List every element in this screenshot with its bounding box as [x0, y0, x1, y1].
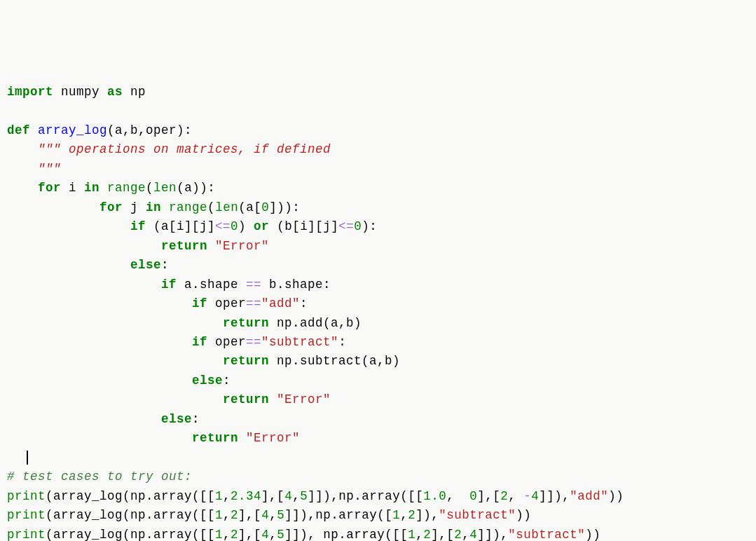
keyword-else: else: [161, 412, 192, 426]
keyword-in: in: [84, 181, 99, 195]
keyword-return: return: [223, 392, 269, 406]
alias: np: [123, 85, 146, 99]
string: "add": [570, 489, 608, 503]
string: "Error": [246, 431, 300, 445]
keyword-return: return: [161, 239, 207, 253]
keyword-if: if: [130, 219, 146, 233]
indent: [7, 335, 192, 349]
keyword-if: if: [192, 335, 207, 349]
code-line: # test cases to try out:: [7, 470, 192, 484]
builtin-print: print: [7, 489, 46, 503]
indent: [7, 181, 38, 195]
code-line: return np.add(a,b): [7, 316, 362, 330]
builtin-print: print: [7, 508, 46, 522]
code-line: else:: [7, 374, 231, 388]
code-line: return np.subtract(a,b): [7, 354, 400, 368]
code-line: if oper=="subtract":: [7, 335, 346, 349]
builtin-range: range: [169, 200, 207, 214]
operator-le: <=: [215, 219, 231, 233]
keyword-return: return: [223, 354, 269, 368]
code-line: if oper=="add":: [7, 296, 308, 310]
indent: [7, 412, 161, 426]
code-line: return "Error": [7, 431, 300, 445]
indent: [7, 296, 192, 310]
operator-eq: ==: [246, 296, 261, 310]
code-block: import numpy as np def array_log(a,b,ope…: [7, 83, 749, 541]
code-line: print(array_log(np.array([[1,2],[4,5]]),…: [7, 508, 531, 522]
string: "Error": [277, 392, 331, 406]
code-line: import numpy as np: [7, 85, 146, 99]
code-line: if (a[i][j]<=0) or (b[i][j]<=0):: [7, 219, 377, 233]
indent: [7, 374, 192, 388]
code-line: return "Error": [7, 239, 269, 253]
code-line: else:: [7, 412, 200, 426]
code-line: for j in range(len(a[0])):: [7, 200, 300, 214]
builtin-len: len: [215, 200, 238, 214]
indent: [7, 316, 223, 330]
indent: [7, 354, 223, 368]
keyword-or: or: [254, 219, 269, 233]
code-line: [7, 451, 28, 465]
operator-eq: ==: [246, 335, 261, 349]
keyword-return: return: [192, 431, 238, 445]
indent: [7, 219, 130, 233]
string: "subtract": [261, 335, 338, 349]
keyword-in: in: [146, 200, 161, 214]
keyword-as: as: [107, 85, 123, 99]
indent: [7, 431, 192, 445]
keyword-else: else: [192, 374, 223, 388]
operator-le: <=: [338, 219, 354, 233]
string: "Error": [215, 239, 269, 253]
indent: [7, 392, 223, 406]
code-line: """ operations on matrices, if defined: [7, 142, 331, 156]
params: (a,b,oper):: [107, 123, 192, 137]
keyword-for: for: [38, 181, 61, 195]
code-line: for i in range(len(a)):: [7, 181, 215, 195]
code-line: print(array_log(np.array([[1,2],[4,5]]),…: [7, 528, 600, 541]
code-line: """: [7, 162, 61, 176]
code-line: def array_log(a,b,oper):: [7, 123, 192, 137]
keyword-import: import: [7, 85, 53, 99]
var: i: [61, 181, 84, 195]
function-name: array_log: [30, 123, 107, 137]
module-name: numpy: [53, 85, 107, 99]
comment: # test cases to try out:: [7, 470, 192, 484]
keyword-if: if: [192, 296, 207, 310]
indent: [7, 239, 161, 253]
builtin-range: range: [107, 181, 146, 195]
keyword-return: return: [223, 316, 269, 330]
keyword-if: if: [161, 278, 177, 292]
string: "add": [261, 296, 300, 310]
builtin-len: len: [153, 181, 177, 195]
code-line: return "Error": [7, 392, 331, 406]
indent: [7, 278, 161, 292]
string: "subtract": [439, 508, 516, 522]
string: "subtract": [508, 528, 585, 541]
cursor-icon: [27, 451, 28, 465]
indent: [7, 258, 130, 272]
docstring: """ operations on matrices, if defined: [7, 142, 331, 156]
code-line: print(array_log(np.array([[1,2.34],[4,5]…: [7, 489, 624, 503]
keyword-else: else: [130, 258, 161, 272]
operator-eq: ==: [246, 278, 261, 292]
keyword-for: for: [99, 200, 123, 214]
keyword-def: def: [7, 123, 30, 137]
builtin-print: print: [7, 528, 46, 541]
indent: [7, 200, 99, 214]
code-line: if a.shape == b.shape:: [7, 278, 331, 292]
var: j: [123, 200, 146, 214]
code-line: else:: [7, 258, 169, 272]
docstring: """: [7, 162, 61, 176]
